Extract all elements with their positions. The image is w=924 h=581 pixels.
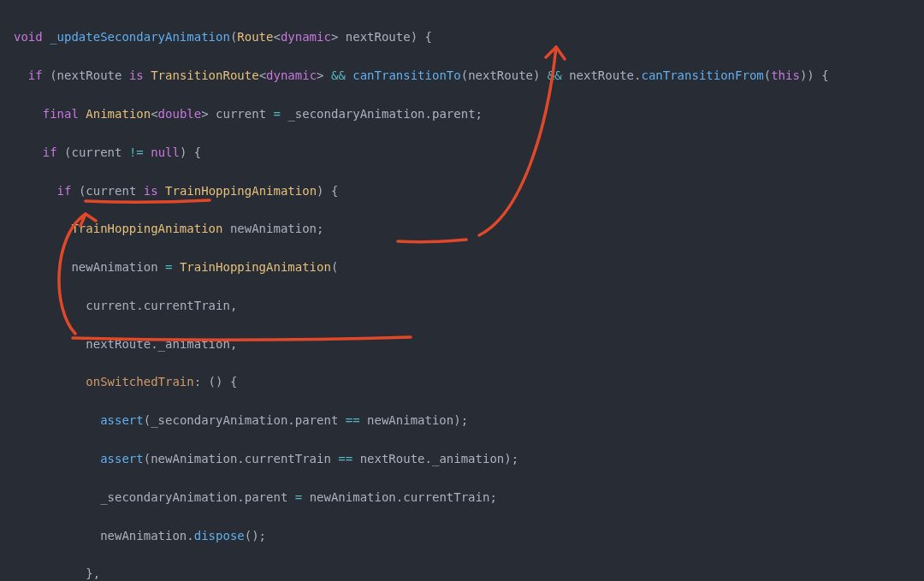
code-line: current.currentTrain, [14, 296, 910, 315]
method-name: _updateSecondaryAnimation [50, 30, 230, 44]
code-line: newAnimation = TrainHoppingAnimation( [14, 258, 910, 276]
code-line: TrainHoppingAnimation newAnimation; [14, 219, 910, 238]
code-line: if (nextRoute is TransitionRoute<dynamic… [14, 66, 910, 85]
code-line: newAnimation.dispose(); [14, 526, 910, 545]
code-line: final Animation<double> current = _secon… [14, 104, 910, 123]
code-line: if (current is TrainHoppingAnimation) { [14, 181, 910, 200]
keyword-void: void [14, 30, 43, 44]
code-line: }, [14, 564, 910, 581]
code-line: assert(_secondaryAnimation.parent == new… [14, 411, 910, 430]
code-line: _secondaryAnimation.parent = newAnimatio… [14, 488, 910, 507]
code-line: if (current != null) { [14, 143, 910, 162]
code-line: nextRoute._animation, [14, 335, 910, 353]
code-line: assert(newAnimation.currentTrain == next… [14, 449, 910, 468]
code-block: void _updateSecondaryAnimation(Route<dyn… [0, 0, 924, 581]
code-line: void _updateSecondaryAnimation(Route<dyn… [14, 27, 910, 46]
code-line: onSwitchedTrain: () { [14, 372, 910, 391]
